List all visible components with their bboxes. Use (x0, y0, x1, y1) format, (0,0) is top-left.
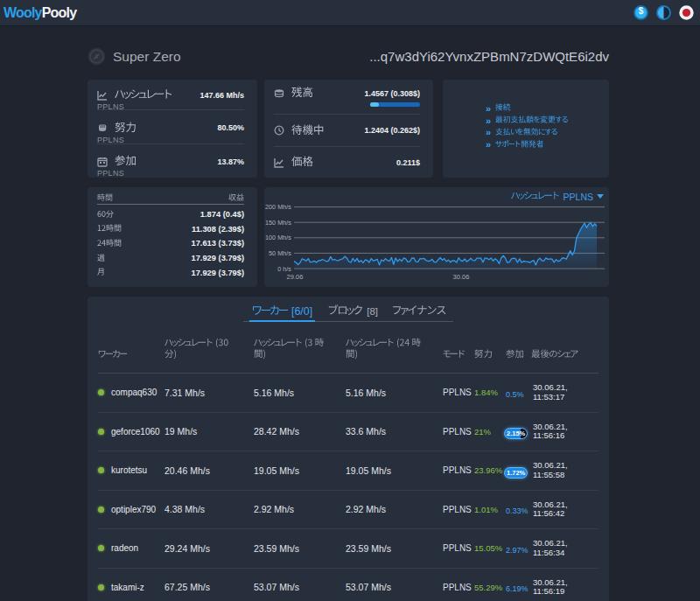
svg-text:0 h/s: 0 h/s (277, 265, 291, 273)
svg-text:150 Mh/s: 150 Mh/s (265, 219, 291, 227)
svg-text:200 Mh/s: 200 Mh/s (265, 203, 291, 211)
svg-text:100 Mh/s: 100 Mh/s (265, 234, 291, 241)
svg-text:29.06: 29.06 (287, 273, 304, 281)
svg-text:50 Mh/s: 50 Mh/s (269, 249, 291, 257)
svg-text:30.06: 30.06 (453, 273, 470, 281)
